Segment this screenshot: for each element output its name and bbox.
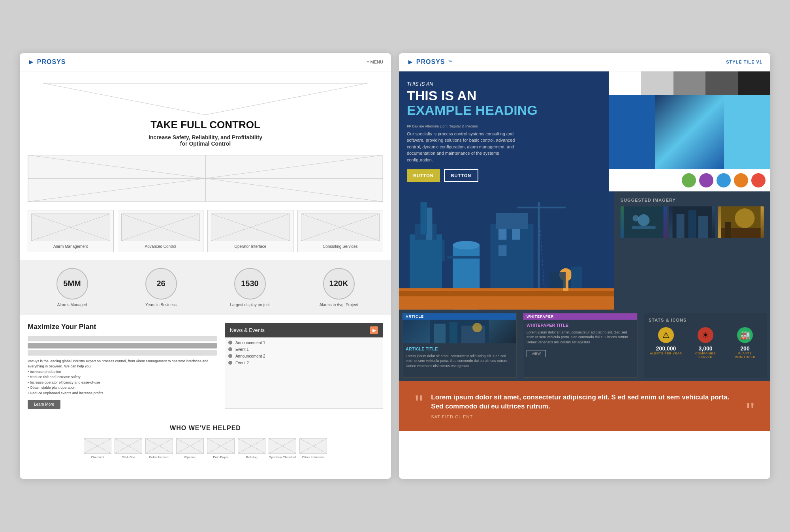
quote-open-icon: " [415,392,423,416]
svg-point-12 [453,241,480,249]
svg-rect-28 [571,267,582,288]
stat-desc-plants: PLANTS MONITORED [728,352,762,359]
service-img-consulting [301,214,380,241]
style-hero: THIS IS AN THIS IS AN EXAMPLE HEADING FF… [399,71,770,191]
service-label-consulting: Consulting Services [301,244,380,249]
stat-years: 26 Years in Business [117,268,205,307]
factory-icon: 🏭 [740,330,750,340]
style-logo-arrow-icon: ► [407,58,414,66]
wire-header: ► PROSYS ≡ MENU [20,53,391,71]
suggested-title: SUGGESTED IMAGERY [621,198,764,202]
who-title: WHO WE'VE HELPED [28,425,383,432]
svg-point-30 [638,214,649,226]
client-label-oilgas: Oil & Gas [115,455,142,459]
wire-hero-title: TAKE FULL CONTROL [36,119,375,131]
article-img-svg [403,320,516,343]
stat-icon-alerts: ⚠ [658,327,674,343]
stat-avg-alarms: 120K Alarms in Avg. Project [294,268,383,307]
circle-green [682,173,696,187]
client-pipeline: Pipeline [176,438,204,459]
whitepaper-view-button[interactable]: VIEW [527,350,546,357]
industrial-svg [399,191,614,310]
swatch-mid-gray [673,71,706,95]
client-box-pulp [207,438,235,454]
stat-icon-plants: 🏭 [737,327,753,343]
circle-orange [734,173,748,187]
wire-hero-subtitle-2: for Optimal Control [36,140,375,147]
service-img-operator [211,214,290,241]
news-item-ev1[interactable]: Event 1 [228,347,380,352]
svg-line-1 [205,83,367,115]
clients-list: Chemical Oil & Gas Petrochemical Pipelin… [28,438,383,459]
service-card-advanced[interactable]: Advanced Control [118,210,204,252]
hero-buttons: BUTTON BUTTON [407,169,601,182]
news-dot-1 [228,341,232,345]
stat-label-years: Years in Business [117,303,205,307]
circle-red [751,173,766,187]
news-item-ann1[interactable]: Announcement 1 [228,341,380,345]
benefit-item-2[interactable] [28,343,217,348]
svg-rect-24 [399,291,614,296]
benefit-list [28,336,217,356]
svg-point-32 [632,215,639,221]
svg-rect-36 [698,216,708,238]
circle-purple [699,173,713,187]
news-label-ann2: Announcement 2 [235,354,265,358]
svg-rect-43 [450,322,457,343]
industrial-image [399,191,614,310]
stat-companies: ☀ 3,000 COMPANIES SERVED [688,327,723,359]
stat-alarms-managed: 5MM Alarms Managed [28,268,117,307]
hero-subtext: FF Daxline Alternale Light Regular & Med… [407,124,601,128]
stat-value-alarms: 5MM [56,268,88,300]
style-header: ► PROSYS ™ STYLE TILE V1 [399,53,770,71]
wire-stats: 5MM Alarms Managed 26 Years in Business … [20,260,391,315]
news-arrow-button[interactable]: ▶ [370,326,378,334]
svg-rect-19 [498,245,506,256]
stats-title: STATS & ICONS [649,318,762,322]
svg-rect-16 [496,213,528,229]
prosys-arrow-icon: ► [28,58,35,66]
hero-btn-2[interactable]: BUTTON [444,169,479,182]
stat-value-years: 26 [145,268,177,300]
style-logo-text: PROSYS [416,58,445,66]
benefit-item-1[interactable] [28,336,217,341]
learn-more-button[interactable]: Learn More [28,400,60,409]
hero-btn-1[interactable]: BUTTON [407,169,440,182]
wire-hero-image [28,155,383,202]
client-specialty: Specialty Chemical [269,438,296,459]
style-tile-panel: ► PROSYS ™ STYLE TILE V1 THIS IS AN THIS… [399,53,770,479]
swatch-black [738,71,770,95]
svg-rect-27 [549,272,566,288]
service-card-consulting[interactable]: Consulting Services [297,210,384,252]
whitepaper-title: WHITEPAPER TITLE [527,323,634,328]
news-item-ev2[interactable]: Event 2 [228,361,380,365]
svg-rect-42 [434,324,446,343]
stat-value-display: 1530 [234,268,266,300]
color-block-gradient [655,95,724,169]
service-label-advanced: Advanced Control [121,244,200,249]
color-swatches [609,71,770,95]
service-card-operator[interactable]: Operator Interface [207,210,293,252]
client-label-pipeline: Pipeline [176,455,204,459]
suggested-images-grid [621,206,764,238]
stat-icon-companies: ☀ [698,327,713,343]
news-item-ann2[interactable]: Announcement 2 [228,354,380,358]
style-cards-row: ARTICLE ARTICLE TITLE Lorem ipsum dolor … [399,310,770,381]
benefit-item-3[interactable] [28,350,217,356]
hero-heading-small: THIS IS AN [407,81,601,87]
service-card-alarm[interactable]: Alarm Management [28,210,114,252]
article-title: ARTICLE TITLE [406,347,513,351]
alert-icon: ⚠ [662,330,670,340]
wire-bottom-section: Maximize Your Plant ProSys is the leadin… [20,315,391,417]
suggested-img-2 [669,206,715,238]
color-block-dark-blue [609,95,655,169]
testimonial-section: " Lorem ipsum dolor sit amet, consectetu… [399,381,770,431]
svg-point-38 [735,208,754,228]
svg-rect-17 [498,229,506,240]
wire-menu[interactable]: ≡ MENU [367,60,383,64]
client-box-other [299,438,327,454]
client-petrochem: Petrochemical [145,438,173,459]
stats-section: STATS & ICONS ⚠ 200,000 ALERTS PER YEAR … [644,313,767,378]
color-palette-circles [609,169,770,191]
client-chemical: Chemical [84,438,111,459]
